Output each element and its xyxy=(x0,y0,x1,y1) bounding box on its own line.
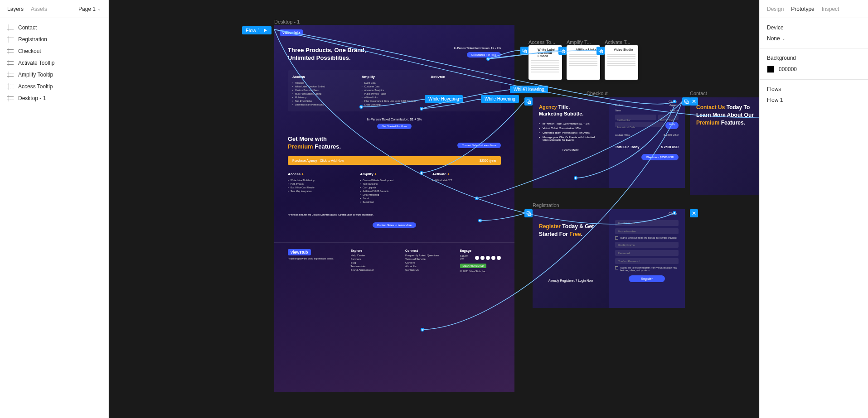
consent-checkbox[interactable] xyxy=(615,236,618,240)
artboard-registration[interactable]: Register Today & Get Started For Free. A… xyxy=(533,209,685,308)
footer-link[interactable]: Brand Ambassador xyxy=(351,269,392,271)
tab-design[interactable]: Design xyxy=(767,6,784,12)
artboard-activate-tooltip[interactable]: Video Studio xyxy=(605,45,638,80)
footer-link[interactable]: Careers xyxy=(405,261,446,264)
purchase-agency-bar[interactable]: Purchase Agency - Click to Add Now $2500… xyxy=(288,156,501,165)
confirm-password-input[interactable]: Confirm Password xyxy=(615,258,679,264)
feature-item: White Label Mobile App xyxy=(288,179,356,182)
layer-item[interactable]: Desktop - 1 xyxy=(0,92,108,104)
social-icon[interactable] xyxy=(497,256,501,260)
artboard-amplify-tooltip[interactable]: Affiliate Links xyxy=(567,45,600,80)
learn-more-link[interactable]: Learn More xyxy=(539,149,602,152)
col2-title-activate: Activate + xyxy=(432,172,501,176)
connection-node[interactable] xyxy=(421,328,424,332)
layer-item[interactable]: Registration xyxy=(0,34,108,45)
artboard-desktop[interactable]: viewstub Three Products, One Brand,Unlim… xyxy=(274,25,514,392)
connection-node[interactable] xyxy=(673,211,676,215)
frame-label-contact[interactable]: Contact xyxy=(690,91,707,96)
contact-sales-button-2[interactable]: Contact Sales to Learn More xyxy=(373,222,416,228)
frame-label-access-tooltip[interactable]: Access To... xyxy=(529,39,555,45)
already-registered-link[interactable]: Already Registered? Login Now xyxy=(539,279,602,282)
feature-item: Social Cart xyxy=(360,201,428,203)
close-icon[interactable]: ✕ xyxy=(690,97,698,106)
swap-instance-icon[interactable] xyxy=(596,47,605,55)
get-started-button[interactable]: Get Started For Free xyxy=(467,52,501,58)
connection-node[interactable] xyxy=(475,197,479,200)
connection-node[interactable] xyxy=(574,176,577,180)
layer-item[interactable]: Activate Tooltip xyxy=(0,57,108,69)
apply-button[interactable]: Apply xyxy=(665,122,679,129)
artboard-checkout[interactable]: Agency Title.Marketing Subtitle. In-Pers… xyxy=(533,97,685,188)
footer-link[interactable]: Contact Us xyxy=(405,269,446,271)
layer-item[interactable]: Contact xyxy=(0,22,108,34)
tab-assets[interactable]: Assets xyxy=(31,6,47,12)
footer-link[interactable]: Help Center xyxy=(351,254,392,257)
flow-start-badge[interactable]: Flow 1 xyxy=(242,26,272,34)
social-icon[interactable] xyxy=(486,256,490,260)
device-selector[interactable]: None⌄ xyxy=(767,35,861,42)
logo: viewstub xyxy=(280,29,303,36)
social-icon[interactable] xyxy=(491,256,495,260)
close-icon[interactable]: ✕ xyxy=(690,209,698,217)
frame-label-checkout[interactable]: Checkout xyxy=(587,91,607,96)
hover-trigger-label[interactable]: While Hovering xyxy=(425,95,463,103)
checkout-button[interactable]: Checkout - $2500 USD xyxy=(641,154,679,160)
layer-item[interactable]: Checkout xyxy=(0,45,108,57)
feature-item: POS System xyxy=(288,183,356,185)
hover-trigger-label[interactable]: While Hovering xyxy=(481,95,519,103)
connection-node[interactable] xyxy=(486,57,490,61)
swap-instance-icon[interactable] xyxy=(524,97,533,106)
contact-sales-button[interactable]: Contact Sales to Learn More xyxy=(457,143,501,148)
tab-prototype[interactable]: Prototype xyxy=(791,6,814,12)
footer-link[interactable]: Partners xyxy=(351,258,392,260)
swap-instance-icon[interactable] xyxy=(558,47,567,55)
connection-node[interactable] xyxy=(359,105,363,109)
get-started-button-2[interactable]: Get Started For Free xyxy=(377,124,411,129)
artboard-access-tooltip[interactable]: White Label Checkout Embed xyxy=(529,45,562,80)
flow-item[interactable]: Flow 1 xyxy=(767,97,861,103)
checkout-item: In-Person Ticket Commission: $1 + 3% xyxy=(539,122,602,125)
social-icon[interactable] xyxy=(480,256,485,260)
background-value[interactable]: 000000 xyxy=(779,66,797,72)
layer-item[interactable]: Amplify Tooltip xyxy=(0,69,108,81)
tab-inspect[interactable]: Inspect xyxy=(822,6,839,12)
email-input[interactable]: Email Address xyxy=(615,220,679,226)
frame-label-amplify-tooltip[interactable]: Amplify T... xyxy=(567,39,591,45)
feature-item: White Label OTT xyxy=(432,179,501,182)
frame-label-registration[interactable]: Registration xyxy=(533,202,559,208)
footer-link[interactable]: Terms of Service xyxy=(405,258,446,260)
checkout-title: Agency Title.Marketing Subtitle. xyxy=(539,104,602,118)
register-button[interactable]: Register xyxy=(629,275,665,282)
layer-item[interactable]: Access Tooltip xyxy=(0,81,108,92)
updates-checkbox[interactable] xyxy=(615,266,618,269)
feature-item: White Label Checkout Embed xyxy=(292,85,358,88)
connection-node[interactable] xyxy=(420,107,423,111)
social-icon[interactable] xyxy=(475,256,479,260)
layer-label: Activate Tooltip xyxy=(18,60,55,66)
premium-title: Get More withPremium Features. xyxy=(288,135,341,151)
hover-trigger-label[interactable]: While Hovering xyxy=(510,86,548,93)
footer-link[interactable]: Blog xyxy=(351,261,392,264)
footer-link[interactable]: Testimonials xyxy=(351,265,392,268)
swap-instance-icon[interactable] xyxy=(520,47,529,55)
frame-label-desktop[interactable]: Desktop - 1 xyxy=(274,19,300,24)
footer-link[interactable]: Frequently Asked Questions xyxy=(405,254,446,257)
page-selector[interactable]: Page 1 ⌄ xyxy=(78,6,101,12)
dmca-badge: DMCA PROTECTED xyxy=(460,264,487,268)
promo-input[interactable]: Promotional Code xyxy=(615,125,637,130)
connection-node[interactable] xyxy=(673,100,676,103)
frame-label-activate-tooltip[interactable]: Activate T... xyxy=(605,39,630,45)
left-panel-header: Layers Assets Page 1 ⌄ xyxy=(0,0,108,18)
swap-instance-icon[interactable] xyxy=(524,209,533,217)
phone-input[interactable]: Phone Number xyxy=(615,228,679,234)
footer-link[interactable]: About Us xyxy=(405,265,446,268)
swap-instance-icon[interactable] xyxy=(682,97,690,106)
connection-node[interactable] xyxy=(478,219,482,222)
background-swatch[interactable] xyxy=(767,66,774,73)
artboard-contact[interactable]: Contact Us Today To Learn More About Our… xyxy=(690,97,759,195)
display-name-input[interactable]: Display Name xyxy=(615,242,679,248)
canvas[interactable]: Desktop - 1 Access To... Amplify T... Ac… xyxy=(109,0,759,418)
connection-node[interactable] xyxy=(420,171,423,175)
password-input[interactable]: Password xyxy=(615,250,679,256)
tab-layers[interactable]: Layers xyxy=(7,6,24,12)
